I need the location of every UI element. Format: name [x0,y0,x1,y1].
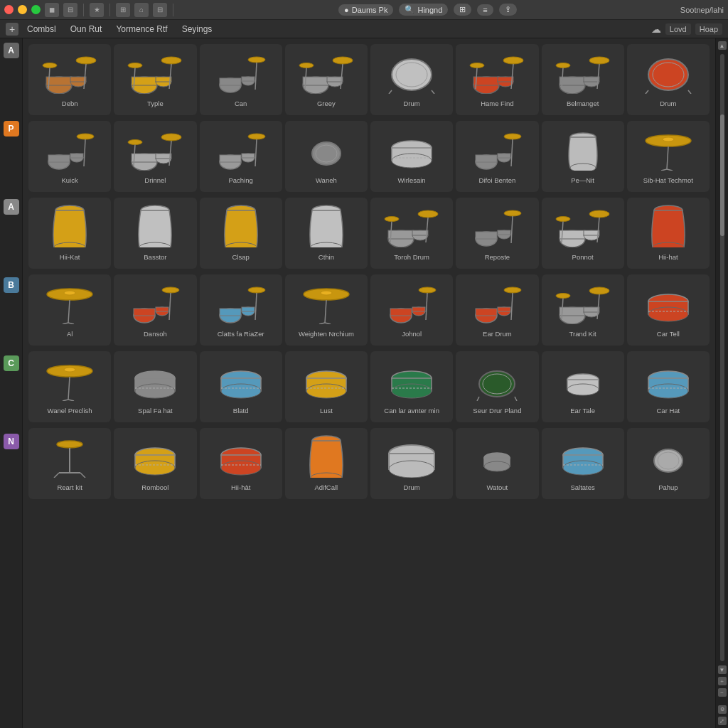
drum-item-3-3[interactable]: Weighten Nrchium [285,274,368,346]
drum-item-0-2[interactable]: Can [200,44,282,115]
svg-rect-57 [70,154,83,158]
content-area[interactable]: Debn Typle Can [23,38,715,728]
drum-item-1-4[interactable]: Wirlesain [370,121,453,192]
expand-icon[interactable]: ⤢ [718,717,727,725]
scroll-up-icon[interactable]: ▲ [718,41,727,50]
drum-label-3-5: Ear Drum [483,330,512,338]
drum-item-2-1[interactable]: Basstor [114,198,196,269]
drum-item-1-3[interactable]: Waneh [285,121,368,192]
drum-item-5-7[interactable]: Pahup [627,428,710,499]
drum-label-2-7: Hii-hat [658,253,678,261]
drum-visual-1-5 [465,124,529,173]
category-a2[interactable]: A [4,199,19,215]
extra-pill2[interactable]: ≡ [477,4,493,16]
drum-item-1-7[interactable]: Sib-Hat Techmot [627,121,710,192]
svg-point-151 [419,287,436,293]
drum-item-2-5[interactable]: Reposte [456,198,538,269]
drum-label-2-0: Hii-Kat [60,253,80,261]
drum-item-2-6[interactable]: Ponnot [542,198,624,269]
drum-item-4-1[interactable]: Spal Fa hat [114,351,196,422]
add-button[interactable]: + [6,23,18,36]
grid2-icon[interactable]: ⊟ [153,3,167,17]
scroll-down-icon[interactable]: ▼ [718,665,727,674]
svg-rect-131 [134,309,155,316]
zoom-in-icon[interactable]: + [718,677,727,685]
drum-item-4-7[interactable]: Car Hat [627,351,710,422]
drum-label-1-2: Paching [228,176,252,184]
maximize-button[interactable] [31,5,41,14]
drum-item-0-3[interactable]: Greey [285,44,368,115]
extra-pill[interactable]: ⊞ [454,4,471,16]
drum-item-4-2[interactable]: Blatd [200,351,282,422]
svg-line-33 [432,90,434,94]
drum-visual-3-7 [636,277,700,327]
drum-item-3-5[interactable]: Ear Drum [456,274,538,346]
category-n[interactable]: N [4,434,19,449]
drum-label-1-5: Difoi Benten [478,176,515,184]
drum-item-4-6[interactable]: Ear Tale [542,351,624,422]
drum-item-5-5[interactable]: Watout [456,428,538,499]
drum-item-1-2[interactable]: Paching [200,121,282,192]
category-a[interactable]: A [4,43,19,58]
svg-point-28 [299,63,314,68]
extra-pill3[interactable]: ⇪ [499,4,517,16]
home-icon[interactable]: ⌂ [134,3,149,17]
drum-item-0-6[interactable]: Belmanget [542,44,624,115]
drum-item-4-4[interactable]: Can lar avnter min [370,351,453,422]
drum-item-4-5[interactable]: Seur Drur Pland [456,351,538,422]
menu-combsl[interactable]: Combsl [21,23,62,36]
drum-item-4-3[interactable]: Lust [285,351,368,422]
drum-item-3-2[interactable]: Clatts fa RiaZer [200,274,282,346]
drum-item-5-6[interactable]: Saltates [542,428,624,499]
drum-visual-0-5 [465,47,529,97]
svg-line-92 [667,169,673,171]
drum-item-5-3[interactable]: AdifCall [285,428,368,499]
drum-item-3-0[interactable]: Al [28,274,111,346]
drum-item-3-1[interactable]: Dansoh [114,274,196,346]
grid-row-5: Reart kit Rombool Hii-hàt AdifCall Drum [28,428,710,499]
drum-item-0-0[interactable]: Debn [28,44,111,115]
grid-row-2: Hii-Kat Basstor Clsap Cthin [28,198,710,269]
drum-item-0-4[interactable]: Drum [370,44,453,115]
category-c[interactable]: C [4,355,19,371]
drum-item-2-2[interactable]: Clsap [200,198,282,269]
daums-pill[interactable]: ● Daums Pk [338,4,393,16]
drum-item-5-0[interactable]: Reart kit [28,428,111,499]
drum-item-0-5[interactable]: Hame Find [456,44,538,115]
drum-item-2-4[interactable]: Toroh Drum [370,198,453,269]
grid-icon[interactable]: ⊞ [116,3,130,17]
drum-item-5-2[interactable]: Hii-hàt [200,428,282,499]
separator [109,4,110,16]
category-b[interactable]: B [4,277,19,293]
close-button[interactable] [4,5,14,14]
drum-item-1-1[interactable]: Drinnel [114,121,196,192]
menu-yormence[interactable]: Yormence Rtf [110,23,173,36]
search-pill[interactable]: 🔍 Hingnd [399,4,448,16]
lovd-button[interactable]: Lovd [665,23,691,35]
menu-seyings[interactable]: Seyings [176,23,218,36]
drum-item-0-7[interactable]: Drum [627,44,710,115]
scroll-thumb[interactable] [720,114,724,236]
settings-icon[interactable]: ⚙ [718,705,727,714]
category-p[interactable]: P [4,121,19,136]
minimize-button[interactable] [18,5,27,14]
drum-item-3-4[interactable]: Johnol [370,274,453,346]
hoap-button[interactable]: Hoap [695,23,722,35]
drum-item-5-4[interactable]: Drum [370,428,453,499]
drum-item-4-0[interactable]: Wanel Preclish [28,351,111,422]
zoom-out-icon[interactable]: − [718,688,727,697]
svg-point-48 [556,63,570,68]
svg-line-146 [325,323,331,324]
drum-item-1-6[interactable]: Pe—Nit [542,121,624,192]
star-icon[interactable]: ★ [90,3,104,17]
drum-item-1-5[interactable]: Difoi Benten [456,121,538,192]
drum-item-3-6[interactable]: Trand Kit [542,274,624,346]
drum-item-2-3[interactable]: Cthin [285,198,368,269]
drum-item-2-7[interactable]: Hii-hat [627,198,710,269]
drum-item-0-1[interactable]: Typle [114,44,196,115]
drum-item-2-0[interactable]: Hii-Kat [28,198,111,269]
drum-item-3-7[interactable]: Car Tell [627,274,710,346]
drum-item-1-0[interactable]: Kuick [28,121,111,192]
drum-item-5-1[interactable]: Rombool [114,428,196,499]
menu-oun-rut[interactable]: Oun Rut [65,23,108,36]
